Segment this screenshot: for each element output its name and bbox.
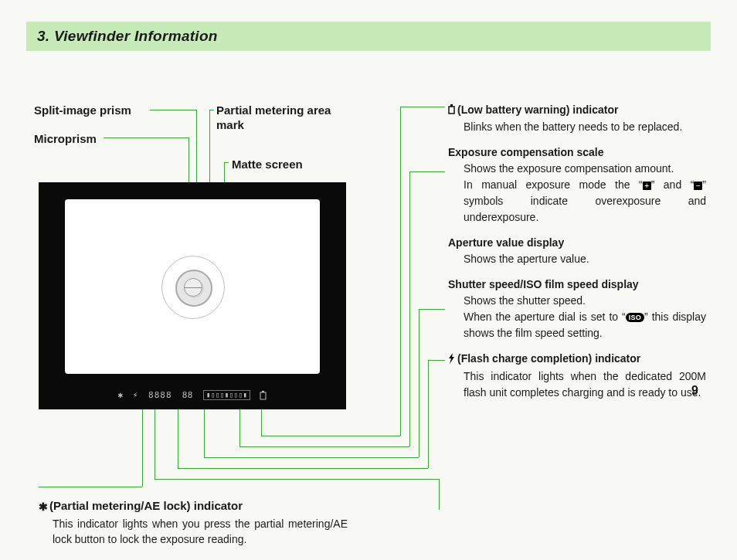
desc-flash-title: (Flash charge completion) indicator (457, 352, 640, 365)
page-number: 9 (691, 384, 698, 398)
desc-exposure-comp-title: Exposure compensation scale (448, 146, 604, 158)
matte-screen-area (65, 199, 320, 374)
desc-aperture-text: Shows the aperture value. (464, 251, 706, 267)
svg-rect-1 (262, 391, 264, 392)
minus-symbol-icon: − (694, 182, 702, 190)
flash-icon (448, 353, 455, 366)
desc-flash-text: This indicator lights when the dedicated… (464, 368, 706, 401)
text-fragment: ” and “ (651, 178, 695, 191)
text-fragment: In manual exposure mode the “ (464, 178, 643, 191)
iso-symbol-icon: ISO (626, 313, 644, 322)
text-fragment: Shows the exposure compensation amount. (464, 162, 674, 175)
readout-aperture-digits: 88 (182, 390, 193, 400)
desc-ae-lock-indicator: ✱(Partial metering/AE lock) indicator Th… (39, 499, 348, 548)
section-title: 3. Viewfinder Information (26, 22, 711, 51)
desc-exposure-compensation: Exposure compensation scale Shows the ex… (448, 146, 706, 226)
readout-flash-icon: ⚡ (133, 390, 138, 400)
text-fragment: Shows the shutter speed. (464, 294, 586, 307)
desc-low-battery-title: (Low battery warning) indicator (457, 104, 618, 116)
svg-rect-0 (260, 392, 266, 399)
readout-exposure-scale: ▮▯▯▯▮▯▯▯▮ (203, 390, 250, 400)
label-matte-screen: Matte screen (232, 158, 303, 172)
label-split-image-prism: Split-image prism (34, 104, 131, 118)
desc-shutter-speed: Shutter speed/ISO film speed display Sho… (448, 278, 706, 341)
desc-flash-charge: (Flash charge completion) indicator This… (448, 352, 706, 401)
svg-marker-4 (449, 353, 454, 364)
label-partial-metering-area: Partial metering area mark (216, 104, 332, 133)
readout-battery-icon (260, 390, 267, 400)
viewfinder-readout: ✱ ⚡ 8888 88 ▮▯▯▯▮▯▯▯▮ (39, 390, 346, 401)
plus-symbol-icon: + (643, 182, 651, 190)
readout-shutter-digits: 8888 (148, 390, 172, 400)
svg-rect-2 (449, 107, 454, 114)
desc-shutter-text: Shows the shutter speed. When the apertu… (464, 293, 706, 341)
desc-low-battery: (Low battery warning) indicator Blinks w… (448, 104, 706, 135)
desc-aperture-value: Aperture value display Shows the apertur… (448, 236, 706, 267)
viewfinder-diagram: ✱ ⚡ 8888 88 ▮▯▯▯▮▯▯▯▮ (39, 182, 346, 409)
star-icon: ✱ (39, 501, 48, 513)
desc-ae-lock-text: This indicator lights when you press the… (53, 516, 348, 548)
desc-shutter-title: Shutter speed/ISO film speed display (448, 278, 706, 290)
readout-ae-lock-star: ✱ (118, 390, 124, 400)
desc-ae-lock-title: (Partial metering/AE lock) indicator (49, 499, 243, 512)
svg-rect-3 (450, 104, 453, 107)
desc-low-battery-text: Blinks when the battery needs to be repl… (464, 119, 706, 135)
label-microprism: Microprism (34, 132, 97, 147)
battery-icon (448, 104, 455, 117)
desc-exposure-comp-text: Shows the exposure compensation amount. … (464, 161, 706, 226)
split-image-circle (184, 278, 202, 297)
text-fragment: When the aperture dial is set to “ (464, 311, 626, 323)
desc-aperture-title: Aperture value display (448, 236, 564, 249)
